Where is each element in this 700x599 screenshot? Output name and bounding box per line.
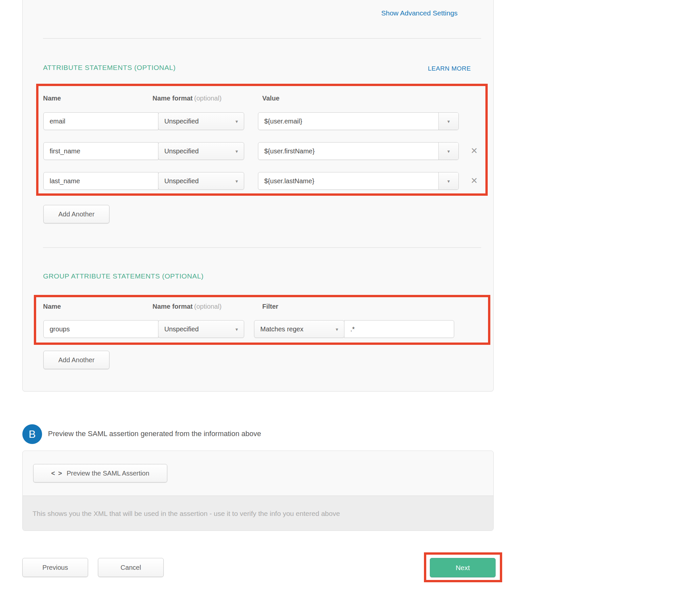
attr-name-input-first-name[interactable] bbox=[43, 142, 158, 160]
column-label-name-format: Name format (optional) bbox=[152, 303, 222, 310]
preview-section-heading: Preview the SAML assertion generated fro… bbox=[48, 429, 261, 438]
name-format-label: Name format bbox=[152, 95, 193, 102]
column-label-filter: Filter bbox=[262, 303, 278, 310]
attr-format-value: Unspecified bbox=[164, 148, 199, 155]
attr-value-dropdown-last-name[interactable]: ▾ bbox=[439, 173, 458, 189]
name-format-label: Name format bbox=[152, 303, 193, 310]
code-icon: < > bbox=[51, 470, 63, 477]
group-name-input[interactable] bbox=[43, 320, 158, 338]
chevron-down-icon: ▾ bbox=[235, 119, 238, 124]
group-filter-value-input[interactable] bbox=[344, 320, 454, 338]
attr-format-value: Unspecified bbox=[164, 118, 199, 125]
learn-more-link[interactable]: LEARN MORE bbox=[428, 65, 471, 72]
preview-saml-assertion-button[interactable]: < > Preview the SAML Assertion bbox=[33, 464, 167, 483]
section-divider bbox=[43, 38, 481, 39]
preview-note-text: This shows you the XML that will be used… bbox=[32, 510, 340, 518]
preview-card: < > Preview the SAML Assertion This show… bbox=[22, 450, 494, 531]
show-advanced-settings-link[interactable]: Show Advanced Settings bbox=[381, 9, 457, 17]
column-label-name: Name bbox=[43, 303, 61, 310]
attr-value-dropdown-first-name[interactable]: ▾ bbox=[439, 142, 458, 160]
group-filter-type-select[interactable]: Matches regex ▾ bbox=[254, 320, 344, 338]
preview-button-label: Preview the SAML Assertion bbox=[67, 470, 150, 477]
attr-format-select-last-name[interactable]: Unspecified ▾ bbox=[158, 172, 244, 190]
remove-row-button[interactable]: ✕ bbox=[471, 176, 478, 185]
group-attribute-statements-heading: GROUP ATTRIBUTE STATEMENTS (OPTIONAL) bbox=[43, 272, 204, 280]
attr-value-input-first-name[interactable] bbox=[258, 142, 439, 160]
cancel-button[interactable]: Cancel bbox=[98, 558, 164, 577]
attr-value-dropdown-email[interactable]: ▾ bbox=[439, 113, 458, 130]
chevron-down-icon: ▾ bbox=[235, 179, 238, 184]
chevron-down-icon: ▾ bbox=[235, 149, 238, 154]
chevron-down-icon: ▾ bbox=[447, 119, 450, 124]
chevron-down-icon: ▾ bbox=[335, 327, 338, 332]
preview-card-footer: This shows you the XML that will be used… bbox=[23, 496, 493, 530]
chevron-down-icon: ▾ bbox=[447, 179, 450, 184]
column-label-name-format: Name format (optional) bbox=[152, 95, 222, 102]
previous-button[interactable]: Previous bbox=[22, 558, 88, 577]
column-label-name: Name bbox=[43, 95, 61, 102]
group-format-value: Unspecified bbox=[164, 325, 199, 333]
remove-row-button[interactable]: ✕ bbox=[471, 147, 478, 155]
section-divider bbox=[43, 247, 481, 248]
attr-name-input-last-name[interactable] bbox=[43, 172, 158, 190]
attr-format-value: Unspecified bbox=[164, 177, 199, 185]
group-filter-type-value: Matches regex bbox=[260, 325, 303, 333]
attr-value-input-email[interactable] bbox=[258, 113, 439, 130]
chevron-down-icon: ▾ bbox=[447, 149, 450, 154]
next-button[interactable]: Next bbox=[430, 558, 496, 577]
step-b-badge: B bbox=[22, 424, 42, 444]
add-another-attribute-button[interactable]: Add Another bbox=[43, 205, 109, 223]
group-format-select[interactable]: Unspecified ▾ bbox=[158, 320, 244, 338]
attr-format-select-first-name[interactable]: Unspecified ▾ bbox=[158, 142, 244, 160]
attr-value-combo-last-name: ▾ bbox=[258, 172, 459, 190]
column-label-value: Value bbox=[262, 95, 279, 102]
attr-value-input-last-name[interactable] bbox=[258, 173, 439, 189]
name-format-optional-label: (optional) bbox=[194, 95, 222, 102]
attribute-statements-heading: ATTRIBUTE STATEMENTS (OPTIONAL) bbox=[43, 64, 176, 72]
attr-value-combo-first-name: ▾ bbox=[258, 142, 459, 160]
attr-value-combo-email: ▾ bbox=[258, 112, 459, 130]
attr-name-input-email[interactable] bbox=[43, 112, 158, 130]
attr-format-select-email[interactable]: Unspecified ▾ bbox=[158, 112, 244, 130]
add-another-group-attribute-button[interactable]: Add Another bbox=[43, 351, 109, 369]
name-format-optional-label: (optional) bbox=[194, 303, 222, 310]
chevron-down-icon: ▾ bbox=[235, 327, 238, 332]
